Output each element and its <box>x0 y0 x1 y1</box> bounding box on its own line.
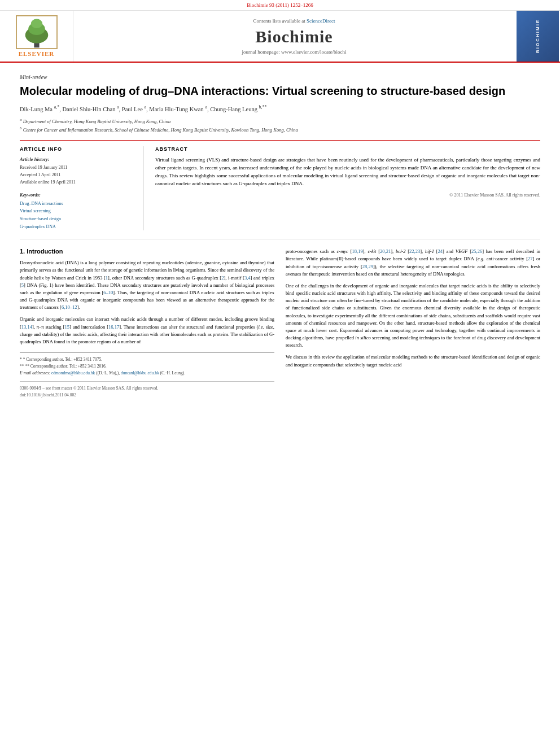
doi-line: doi:10.1016/j.biochi.2011.04.002 <box>20 392 274 399</box>
main-body-columns: 1. Introduction Deoxyribonucleic acid (D… <box>20 248 540 399</box>
journal-citation: Biochimie 93 (2011) 1252–1266 <box>247 2 313 8</box>
right-column: proto-oncogenes such as c-myc [18,19], c… <box>286 248 540 399</box>
ref-22-23[interactable]: 22,23 <box>409 248 420 254</box>
authors-line: Dik-Lung Ma a,*, Daniel Shiu-Hin Chan a,… <box>20 104 540 113</box>
abstract-panel: ABSTRACT Virtual ligand screening (VLS) … <box>155 146 540 230</box>
ref-2[interactable]: 2 <box>221 275 224 281</box>
available-date: Available online 19 April 2011 <box>20 179 135 186</box>
journal-info-bar: 0300-9084/$ – see front matter © 2011 El… <box>20 381 274 399</box>
right-paragraph1: proto-oncogenes such as c-myc [18,19], c… <box>286 248 540 278</box>
ref-6-10-12[interactable]: 6,10–12 <box>62 304 77 310</box>
email-link-2[interactable]: duncanl@hkbu.edu.hk <box>121 370 159 375</box>
issn-line: 0300-9084/$ – see front matter © 2011 El… <box>20 385 274 392</box>
journal-badge-area: BIOCHIMIE <box>515 11 560 62</box>
ref-13-14[interactable]: 13,14 <box>21 324 32 330</box>
article-info-abstract-section: ARTICLE INFO Article history: Received 1… <box>20 140 540 230</box>
keywords-label: Keywords: <box>20 192 135 198</box>
right-paragraph2: One of the challenges in the development… <box>286 282 540 350</box>
section1-paragraph1: Deoxyribonucleic acid (DNA) is a long po… <box>20 259 274 311</box>
affiliations: a Department of Chemistry, Hong Kong Bap… <box>20 117 540 133</box>
elsevier-tree-icon <box>14 15 59 49</box>
right-paragraph3: We discuss in this review the applicatio… <box>286 353 540 368</box>
elsevier-text: ELSEVIER <box>19 50 55 57</box>
left-column: 1. Introduction Deoxyribonucleic acid (D… <box>20 248 274 399</box>
ref-25-26[interactable]: 25,26 <box>471 248 482 254</box>
science-direct-link[interactable]: ScienceDirect <box>307 18 335 24</box>
section1-paragraph2: Organic and inorganic molecules can inte… <box>20 316 274 346</box>
article-type-label: Mini-review <box>20 74 540 80</box>
biochimie-badge: BIOCHIMIE <box>517 11 559 62</box>
ref-27[interactable]: 27 <box>528 256 533 261</box>
footnote-1: * * Corresponding author. Tel.: +852 341… <box>20 356 274 363</box>
affiliation-b: b Centre for Cancer and Inflammation Res… <box>20 127 298 133</box>
keyword-4[interactable]: G-quadruplex DNA <box>20 223 135 231</box>
keyword-1[interactable]: Drug–DNA interactions <box>20 200 135 208</box>
section1-title: 1. Introduction <box>20 248 274 255</box>
paper-content: Mini-review Molecular modeling of drug–D… <box>0 63 560 410</box>
ref-3-4[interactable]: 3,4 <box>244 275 251 281</box>
journal-citation-bar: Biochimie 93 (2011) 1252–1266 <box>0 0 560 11</box>
article-info-heading: ARTICLE INFO <box>20 146 135 152</box>
ref-16-17[interactable]: 16,17 <box>108 324 119 330</box>
publisher-logo-area: ELSEVIER <box>0 11 73 62</box>
journal-title: Biochimie <box>255 27 333 46</box>
journal-homepage: journal homepage: www.elsevier.com/locat… <box>242 49 347 55</box>
article-history-label: Article history: <box>20 156 135 162</box>
abstract-heading: ABSTRACT <box>155 146 540 152</box>
keyword-2[interactable]: Virtual screening <box>20 207 135 215</box>
ref-6-10[interactable]: 6–10 <box>103 290 113 295</box>
ref-18-19[interactable]: 18,19 <box>352 248 363 254</box>
keyword-3[interactable]: Structure-based design <box>20 215 135 223</box>
ref-15[interactable]: 15 <box>65 324 70 330</box>
paper-title: Molecular modeling of drug–DNA interacti… <box>20 84 540 98</box>
article-info-panel: ARTICLE INFO Article history: Received 1… <box>20 146 144 230</box>
svg-point-3 <box>30 19 42 28</box>
ref-28-29[interactable]: 28,29 <box>362 264 373 269</box>
ref-20-21[interactable]: 20,21 <box>380 248 391 254</box>
email-link-1[interactable]: edmondma@hkbu.edu.hk <box>51 370 95 375</box>
accepted-date: Accepted 1 April 2011 <box>20 172 135 179</box>
affiliation-a: a Department of Chemistry, Hong Kong Bap… <box>20 119 170 124</box>
footnote-2: ** ** Corresponding author. Tel.: +852 3… <box>20 363 274 370</box>
journal-header-center: Contents lists available at ScienceDirec… <box>73 11 515 62</box>
abstract-text: Virtual ligand screening (VLS) and struc… <box>155 156 540 188</box>
science-direct-line: Contents lists available at ScienceDirec… <box>253 18 335 24</box>
footnote-emails: E-mail addresses: edmondma@hkbu.edu.hk (… <box>20 370 274 377</box>
journal-header: ELSEVIER Contents lists available at Sci… <box>0 11 560 63</box>
ref-1[interactable]: 1 <box>106 275 108 281</box>
footnote-section: * * Corresponding author. Tel.: +852 341… <box>20 352 274 377</box>
elsevier-logo: ELSEVIER <box>14 15 59 57</box>
ref-5[interactable]: 5 <box>21 282 24 288</box>
section-divider <box>20 239 540 239</box>
abstract-copyright: © 2011 Elsevier Masson SAS. All rights r… <box>155 193 540 198</box>
received-date: Received 19 January 2011 <box>20 164 135 172</box>
ref-24[interactable]: 24 <box>438 248 443 254</box>
